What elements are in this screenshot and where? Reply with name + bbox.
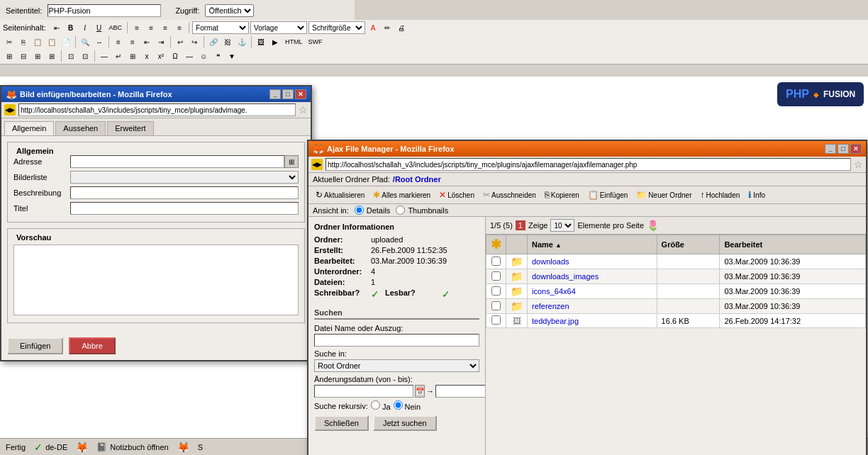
toolbar-btn-bold[interactable]: B — [65, 21, 77, 34]
btn-schliessen[interactable]: Schließen — [314, 415, 369, 431]
adresse-browse-btn[interactable]: ⊞ — [284, 155, 299, 168]
row-name-cell[interactable]: referenzen — [528, 299, 657, 314]
row-checkbox[interactable] — [491, 286, 501, 296]
btn-neuer-ordner[interactable]: 📁 Neuer Ordner — [633, 189, 694, 201]
toolbar-btn-t4[interactable]: ⊞ — [45, 50, 58, 62]
row-name-cell[interactable]: icons_64x64 — [528, 284, 657, 299]
toolbar-btn-align-justify[interactable]: ≡ — [173, 21, 186, 34]
close-btn[interactable]: ✕ — [295, 89, 306, 99]
recursive-nein-option[interactable]: Nein — [394, 400, 421, 411]
titel-input[interactable] — [70, 202, 299, 215]
toolbar-btn-dash[interactable]: — — [183, 50, 196, 62]
status-notebook-item[interactable]: 📓 Notizbuch öffnen — [96, 442, 168, 452]
toolbar-btn-cut[interactable]: ✂ — [3, 35, 16, 48]
date-from-input[interactable] — [314, 385, 413, 398]
toolbar-btn-indent2[interactable]: ⇥ — [155, 35, 167, 48]
toolbar-btn-undo[interactable]: ↩ — [174, 35, 187, 48]
file-name-link[interactable]: downloads_images — [532, 272, 599, 281]
search-name-input[interactable] — [314, 334, 479, 347]
toolbar-btn-anchor[interactable]: ⚓ — [235, 35, 248, 48]
row-checkbox[interactable] — [491, 271, 501, 281]
per-page-select[interactable]: 10 — [550, 219, 574, 232]
toolbar-btn-align-center[interactable]: ≡ — [145, 21, 157, 34]
toolbar-btn-t2[interactable]: ⊟ — [17, 50, 30, 62]
toolbar-btn-x[interactable]: x — [140, 50, 153, 62]
toolbar-btn-italic[interactable]: I — [79, 21, 91, 34]
btn-aktualisieren[interactable]: ↻ Aktualisieren — [313, 189, 367, 201]
date-to-input[interactable] — [435, 385, 486, 398]
maximize-btn[interactable]: □ — [282, 89, 294, 99]
toolbar-btn-unlink[interactable]: ⛓ — [221, 35, 234, 48]
page-number[interactable]: 1 — [516, 220, 525, 230]
toolbar-btn-replace[interactable]: ↔ — [93, 35, 106, 48]
view-details-option[interactable]: Details — [355, 206, 391, 215]
toolbar-btn-paste[interactable]: 📋 — [31, 35, 44, 48]
recursive-ja-option[interactable]: Ja — [371, 400, 391, 411]
row-checkbox[interactable] — [491, 315, 501, 325]
bilderliste-select[interactable] — [70, 171, 299, 184]
recursive-ja-radio[interactable] — [371, 400, 380, 410]
btn-einfuegen-file[interactable]: 📋 Einfügen — [585, 189, 630, 201]
col-edited-header[interactable]: Bearbeitet — [720, 235, 866, 254]
row-checkbox-cell[interactable] — [486, 254, 506, 269]
btn-einfuegen[interactable]: Einfügen — [7, 337, 63, 354]
tab-allgemein[interactable]: Allgemein — [4, 121, 54, 135]
toolbar-btn-redo[interactable]: ↪ — [188, 35, 201, 48]
recursive-nein-radio[interactable] — [394, 400, 403, 410]
toolbar-btn-print[interactable]: 🖨 — [395, 21, 408, 34]
row-checkbox-cell[interactable] — [486, 299, 506, 314]
beschreibung-input[interactable] — [70, 186, 299, 199]
tab-aussehen[interactable]: Aussehen — [55, 121, 106, 135]
format-select[interactable]: Format — [192, 21, 249, 34]
row-checkbox[interactable] — [491, 257, 501, 266]
file-name-link[interactable]: icons_64x64 — [532, 287, 576, 296]
bookmark-icon[interactable]: ☆ — [299, 104, 308, 116]
btn-jetzt-suchen[interactable]: Jetzt suchen — [373, 415, 437, 431]
ajax-bookmark-icon[interactable]: ☆ — [854, 159, 863, 170]
toolbar-btn-link[interactable]: 🔗 — [207, 35, 220, 48]
col-name-header[interactable]: Name ▲ — [528, 235, 657, 254]
toolbar-btn-ol[interactable]: ≡ — [126, 35, 139, 48]
toolbar-btn-highlight[interactable]: ✏ — [381, 21, 394, 34]
ajax-close-btn[interactable]: ✕ — [850, 144, 862, 154]
view-details-radio[interactable] — [355, 206, 364, 215]
ajax-minimize-btn[interactable]: _ — [825, 144, 836, 154]
toolbar-btn-image[interactable]: 🖼 — [255, 35, 267, 48]
col-size-header[interactable]: Größe — [657, 235, 720, 254]
btn-kopieren[interactable]: ⎘ Kopieren — [542, 189, 582, 201]
toolbar-btn-flash[interactable]: SWF — [306, 35, 325, 48]
toolbar-btn-copy[interactable]: ⎘ — [17, 35, 30, 48]
toolbar-btn-media[interactable]: ▶ — [269, 35, 282, 48]
row-checkbox-cell[interactable] — [486, 284, 506, 299]
toolbar-btn-ul[interactable]: ≡ — [112, 35, 125, 48]
row-name-cell[interactable]: downloads — [528, 254, 657, 269]
toolbar-btn-html[interactable]: HTML — [283, 35, 305, 48]
toolbar-btn-cite[interactable]: ❝ — [211, 50, 224, 62]
toolbar-btn-outdent[interactable]: ⇤ — [140, 35, 153, 48]
toolbar-btn-t3[interactable]: ⊞ — [31, 50, 44, 62]
toolbar-btn-paste2[interactable]: 📋 — [45, 35, 58, 48]
toolbar-btn-br[interactable]: ↵ — [112, 50, 125, 62]
tab-erweitert[interactable]: Erweitert — [107, 121, 153, 135]
row-checkbox-cell[interactable] — [486, 269, 506, 284]
toolbar-btn-align-right[interactable]: ≡ — [159, 21, 172, 34]
row-checkbox-cell[interactable] — [486, 314, 506, 328]
view-thumbnails-radio[interactable] — [396, 206, 405, 215]
toolbar-btn-underline[interactable]: U — [93, 21, 106, 34]
toolbar-btn-exp[interactable]: x² — [155, 50, 167, 62]
template-select[interactable]: Vorlage — [250, 21, 307, 34]
toolbar-btn-paste3[interactable]: 📄 — [60, 35, 72, 48]
file-name-link[interactable]: teddybear.jpg — [532, 317, 579, 325]
col-check-header[interactable]: ✱ — [486, 235, 506, 254]
toolbar-btn-omega[interactable]: Ω — [169, 50, 182, 62]
toolbar-btn-fontcolor[interactable]: A — [367, 21, 379, 34]
toolbar-btn-indent[interactable]: ⇤ — [50, 21, 63, 34]
sitetitle-input[interactable] — [48, 4, 161, 17]
file-name-link[interactable]: downloads — [532, 257, 569, 266]
btn-alles-markieren[interactable]: ✱ Alles markieren — [370, 189, 433, 201]
fontsize-select[interactable]: Schriftgröße — [308, 21, 365, 34]
toolbar-btn-more[interactable]: ▼ — [226, 50, 238, 62]
search-in-select[interactable]: Root Ordner — [314, 359, 479, 372]
btn-hochladen[interactable]: ↑ Hochladen — [697, 189, 742, 201]
file-name-link[interactable]: referenzen — [532, 302, 569, 310]
